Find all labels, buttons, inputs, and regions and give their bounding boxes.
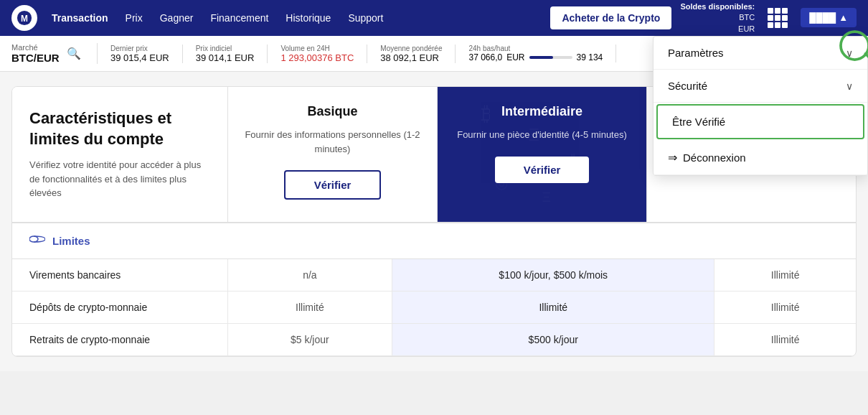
soldes-disponibles: Soldes disponibles: BTC EUR bbox=[680, 1, 755, 34]
volume-value: 1 293,00376 BTC bbox=[280, 52, 354, 63]
index-price-value: 39 014,1 EUR bbox=[196, 52, 255, 63]
dropdown-parametres[interactable]: Paramètres ∨ bbox=[654, 37, 867, 70]
row-1-label: Virements bancaires bbox=[12, 259, 227, 292]
range-high: 39 134 bbox=[577, 52, 603, 62]
volume-label: Volume en 24H bbox=[280, 45, 354, 52]
nav-links: Transaction Prix Gagner Financement Hist… bbox=[52, 12, 550, 24]
dropdown-etre-verifie[interactable]: Être Vérifié bbox=[656, 104, 864, 139]
nav-gagner[interactable]: Gagner bbox=[160, 12, 194, 24]
basique-col: Basique Fournir des informations personn… bbox=[227, 87, 437, 222]
table-row: Dépôts de crypto-monnaie Illimité Illimi… bbox=[12, 291, 856, 323]
dropdown-deconnexion[interactable]: ⇒ Déconnexion bbox=[654, 141, 867, 175]
table-row: Virements bancaires n/a $100 k/jour, $50… bbox=[12, 259, 856, 292]
volume-24h: Volume en 24H 1 293,00376 BTC bbox=[268, 45, 367, 63]
market-info: Marché BTC/EUR 🔍 bbox=[11, 43, 98, 64]
table-row: Retraits de crypto-monnaie $5 k/jour $50… bbox=[12, 323, 856, 355]
row-2-avance: Illimité bbox=[714, 291, 856, 323]
nav-historique[interactable]: Historique bbox=[286, 12, 331, 24]
green-arrow-annotation bbox=[839, 29, 868, 73]
account-text: ████ bbox=[809, 12, 836, 23]
basique-label: Basique bbox=[307, 104, 357, 119]
intermediaire-verify-button[interactable]: Vérifier bbox=[495, 157, 590, 183]
svg-text:₿: ₿ bbox=[481, 103, 491, 125]
account-subtitle: Vérifiez votre identité pour accéder à p… bbox=[29, 158, 210, 200]
row-2-label: Dépôts de crypto-monnaie bbox=[12, 291, 227, 323]
chevron-up-icon: ▲ bbox=[839, 12, 848, 23]
nav-prix[interactable]: Prix bbox=[126, 12, 143, 24]
last-price-value: 39 015,4 EUR bbox=[110, 52, 169, 63]
limits-title: Limites bbox=[52, 235, 90, 247]
securite-label: Sécurité bbox=[668, 80, 707, 92]
row-2-basique: Illimité bbox=[227, 291, 392, 323]
svg-text:M: M bbox=[21, 14, 28, 24]
limits-section: Limites Virements bancaires n/a $100 k/j… bbox=[12, 223, 856, 356]
range-label: 24h bas/haut bbox=[468, 45, 603, 52]
svg-text:Ξ: Ξ bbox=[542, 190, 551, 205]
buy-crypto-button[interactable]: Acheter de la Crypto bbox=[550, 6, 671, 29]
svg-point-2 bbox=[841, 32, 868, 60]
row-3-avance: Illimité bbox=[714, 323, 856, 355]
account-button[interactable]: ████ ▲ bbox=[801, 8, 857, 27]
market-info-text: Marché BTC/EUR bbox=[11, 43, 60, 64]
etre-verifie-label: Être Vérifié bbox=[672, 116, 725, 128]
range-track bbox=[529, 56, 572, 59]
24h-range: 24h bas/haut 37 066,0 EUR 39 134 bbox=[456, 45, 616, 62]
nav-right: Acheter de la Crypto Soldes disponibles:… bbox=[550, 1, 857, 34]
grid-icon[interactable] bbox=[768, 8, 788, 28]
row-3-basique: $5 k/jour bbox=[227, 323, 392, 355]
row-2-intermediaire: Illimité bbox=[392, 291, 714, 323]
market-pair: BTC/EUR bbox=[11, 52, 60, 64]
limits-header: Limites bbox=[12, 223, 856, 259]
logout-icon: ⇒ bbox=[668, 151, 677, 164]
basique-description: Fournir des informations personnelles (1… bbox=[242, 128, 423, 156]
avg-label: Moyenne pondérée bbox=[380, 45, 442, 52]
search-icon[interactable]: 🔍 bbox=[67, 47, 81, 60]
index-price-label: Prix indiciel bbox=[196, 45, 255, 52]
soldes-title: Soldes disponibles: bbox=[680, 1, 755, 12]
nav-financement[interactable]: Financement bbox=[210, 12, 268, 24]
range-currency: EUR bbox=[506, 52, 524, 62]
range-bar: 37 066,0 EUR 39 134 bbox=[468, 52, 603, 62]
chevron-down-icon-2: ∨ bbox=[846, 80, 853, 92]
row-1-basique: n/a bbox=[227, 259, 392, 292]
svg-point-8 bbox=[29, 236, 38, 242]
market-label: Marché bbox=[11, 43, 60, 52]
basique-verify-button[interactable]: Vérifier bbox=[284, 170, 382, 200]
row-1-avance: Illimité bbox=[714, 259, 856, 292]
avg-price: Moyenne pondérée 38 092,1 EUR bbox=[367, 45, 456, 63]
deconnexion-label: Déconnexion bbox=[683, 151, 746, 164]
avg-value: 38 092,1 EUR bbox=[380, 52, 442, 63]
top-navigation: M Transaction Prix Gagner Financement Hi… bbox=[0, 0, 868, 36]
account-title: Caractéristiques et limites du compte bbox=[29, 108, 210, 149]
index-price: Prix indiciel 39 014,1 EUR bbox=[183, 45, 268, 63]
parametres-label: Paramètres bbox=[668, 47, 724, 59]
account-dropdown: Paramètres ∨ Sécurité ∨ Être Vérifié ⇒ D… bbox=[653, 36, 868, 176]
intermediaire-label: Intermédiaire bbox=[501, 104, 582, 119]
last-price: Dernier prix 39 015,4 EUR bbox=[98, 45, 183, 63]
row-3-label: Retraits de crypto-monnaie bbox=[12, 323, 227, 355]
account-title-col: Caractéristiques et limites du compte Vé… bbox=[12, 87, 227, 222]
intermediaire-col: ₿ Ξ ₿ ◎ Ξ Intermédiaire Fournir une pièc… bbox=[437, 87, 646, 222]
nav-support[interactable]: Support bbox=[348, 12, 383, 24]
eur-label: EUR bbox=[680, 24, 755, 34]
limits-icon bbox=[29, 233, 45, 248]
row-3-intermediaire: $500 k/jour bbox=[392, 323, 714, 355]
nav-transaction[interactable]: Transaction bbox=[52, 12, 108, 24]
btc-label: BTC bbox=[680, 12, 755, 23]
range-fill bbox=[529, 56, 553, 59]
range-low: 37 066,0 bbox=[468, 52, 502, 62]
limits-table: Virements bancaires n/a $100 k/jour, $50… bbox=[12, 259, 856, 356]
logo[interactable]: M bbox=[11, 5, 37, 31]
row-1-intermediaire: $100 k/jour, $500 k/mois bbox=[392, 259, 714, 292]
last-price-label: Dernier prix bbox=[110, 45, 169, 52]
dropdown-securite[interactable]: Sécurité ∨ bbox=[654, 70, 867, 103]
intermediaire-description: Fournir une pièce d'identité (4-5 minute… bbox=[457, 128, 627, 142]
